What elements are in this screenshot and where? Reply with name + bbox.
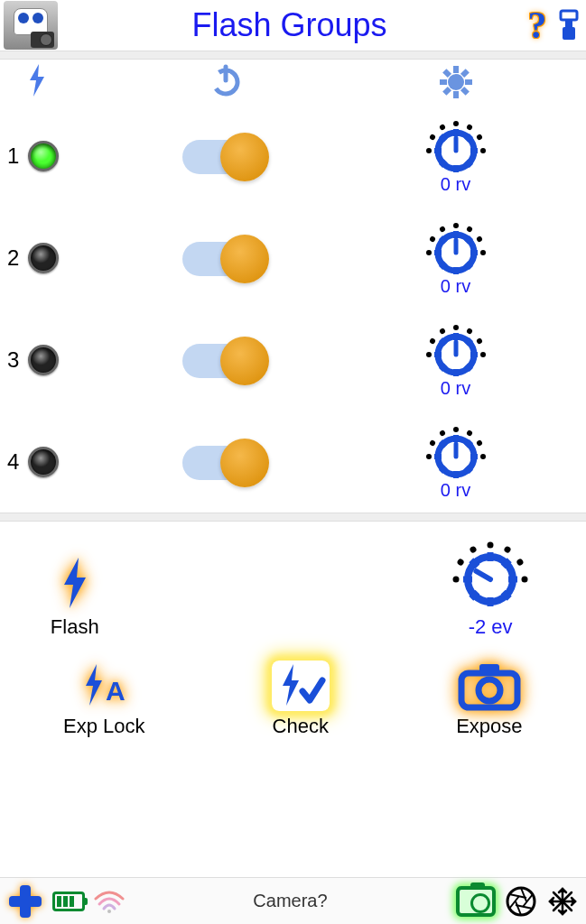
camera-connect-icon[interactable] — [456, 886, 496, 917]
group-indicator[interactable]: 3 — [0, 345, 126, 375]
page-title: Flash Groups — [191, 6, 386, 44]
svg-point-56 — [426, 352, 432, 357]
svg-point-107 — [479, 679, 500, 701]
svg-rect-6 — [453, 66, 459, 73]
power-toggle[interactable] — [182, 235, 269, 282]
svg-rect-10 — [453, 91, 459, 98]
ev-dial[interactable]: -2 ev — [445, 536, 535, 639]
svg-point-50 — [453, 325, 459, 330]
svg-rect-11 — [442, 87, 451, 96]
flash-unit-icon[interactable] — [555, 5, 582, 45]
svg-line-43 — [466, 263, 471, 268]
control-row-bottom: A Exp Lock Check Expose — [0, 661, 586, 738]
svg-line-81 — [441, 467, 446, 472]
svg-point-20 — [426, 148, 432, 153]
svg-point-38 — [426, 250, 432, 255]
expose-label: Expose — [456, 715, 522, 738]
footer-left — [7, 883, 125, 919]
svg-rect-13 — [442, 69, 451, 78]
divider — [0, 51, 586, 60]
svg-point-55 — [428, 337, 435, 345]
svg-line-59 — [466, 339, 471, 345]
svg-point-16 — [475, 134, 482, 141]
group-rows: 1 — [0, 105, 586, 513]
group-indicator[interactable]: 4 — [0, 447, 126, 477]
robot-camera-icon[interactable] — [4, 1, 58, 50]
svg-point-15 — [465, 124, 472, 131]
svg-point-53 — [480, 352, 486, 357]
rv-dial[interactable]: 0 rv — [325, 320, 586, 399]
exp-lock-button[interactable]: A Exp Lock — [63, 661, 145, 738]
led-icon — [28, 447, 59, 477]
dial-value: 0 rv — [441, 276, 470, 297]
group-indicator[interactable]: 2 — [0, 243, 126, 273]
check-button[interactable]: Check — [272, 661, 330, 738]
power-toggle[interactable] — [182, 337, 269, 383]
group-row: 1 — [0, 105, 586, 207]
svg-rect-12 — [440, 79, 447, 85]
dial-icon — [420, 422, 492, 482]
group-row: 3 0 rv — [0, 309, 586, 411]
svg-point-34 — [475, 236, 482, 243]
group-row: 4 0 rv — [0, 411, 586, 513]
flash-button[interactable]: Flash — [51, 554, 99, 639]
svg-line-41 — [466, 237, 471, 243]
svg-line-25 — [466, 161, 471, 166]
group-indicator[interactable]: 1 — [0, 141, 126, 171]
svg-point-14 — [453, 121, 459, 126]
svg-point-52 — [475, 337, 482, 345]
flash-column-header — [0, 62, 126, 102]
gear-icon — [438, 64, 474, 100]
svg-point-69 — [465, 430, 472, 437]
svg-line-23 — [466, 135, 471, 141]
power-toggle[interactable] — [182, 439, 269, 485]
flash-label: Flash — [51, 615, 99, 639]
check-label: Check — [273, 715, 329, 738]
rv-dial[interactable]: 0 rv — [325, 218, 586, 297]
svg-point-90 — [469, 545, 478, 554]
svg-line-47 — [441, 237, 446, 243]
svg-point-19 — [428, 134, 435, 141]
bolt-check-icon — [272, 661, 330, 711]
svg-point-91 — [456, 558, 465, 567]
add-icon[interactable] — [7, 883, 43, 919]
dial-column-header — [325, 64, 586, 100]
svg-line-27 — [441, 161, 446, 166]
battery-icon[interactable] — [52, 892, 85, 911]
svg-rect-106 — [479, 664, 499, 675]
help-icon[interactable]: ? — [521, 5, 553, 45]
wifi-icon[interactable] — [94, 890, 125, 913]
svg-line-97 — [503, 592, 509, 598]
power-column-header — [126, 62, 325, 102]
snowflake-icon[interactable] — [546, 885, 579, 918]
svg-point-54 — [438, 328, 445, 335]
svg-point-36 — [438, 226, 445, 233]
svg-line-29 — [441, 135, 446, 141]
rv-dial[interactable]: 0 rv — [325, 422, 586, 501]
svg-point-88 — [516, 558, 525, 567]
header-right: ? — [521, 5, 582, 45]
aperture-icon[interactable] — [505, 885, 537, 918]
svg-rect-2 — [563, 27, 575, 40]
svg-point-86 — [488, 542, 494, 549]
footer-bar: Camera? — [0, 877, 586, 924]
svg-point-71 — [480, 454, 486, 459]
dial-value: 0 rv — [441, 174, 470, 195]
camera-icon — [456, 661, 523, 711]
svg-point-92 — [453, 577, 460, 583]
rv-dial[interactable]: 0 rv — [325, 116, 586, 195]
svg-line-63 — [441, 365, 446, 370]
svg-rect-0 — [561, 11, 577, 20]
group-row: 2 0 rv — [0, 207, 586, 309]
footer-right — [456, 885, 579, 918]
bolt-icon — [55, 554, 95, 612]
expose-button[interactable]: Expose — [456, 661, 523, 738]
group-number: 1 — [7, 143, 19, 169]
svg-line-95 — [503, 560, 509, 567]
app-header: Flash Groups ? — [0, 0, 586, 51]
power-toggle[interactable] — [182, 133, 269, 180]
svg-rect-8 — [465, 79, 472, 85]
svg-text:A: A — [106, 676, 126, 706]
group-number: 3 — [7, 347, 19, 373]
svg-point-5 — [448, 74, 464, 90]
